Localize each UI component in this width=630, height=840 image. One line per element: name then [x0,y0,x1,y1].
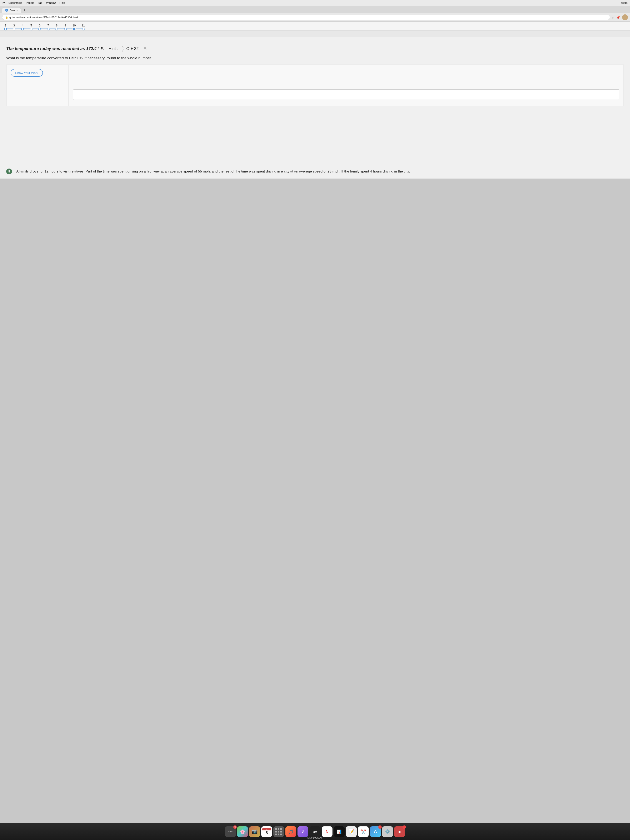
answer-input-box[interactable] [73,89,619,100]
dock-item-settings[interactable]: ⚙️ [382,826,393,837]
main-content: The temperature today was recorded as 17… [0,37,630,162]
next-question-block: 5 A family drove for 12 hours to visit r… [0,162,630,178]
store-badge: 1 [378,826,382,829]
nav-dot-circle-2 [4,28,7,30]
menu-item-window[interactable]: Window [46,1,55,5]
answer-column [69,65,624,106]
nav-dot-line [58,28,64,29]
fraction-denominator: 5 [122,49,125,53]
lock-icon: 🔒 [5,16,8,19]
new-tab-button[interactable]: + [22,7,27,13]
camera-icon: 📷 [251,829,258,835]
podcasts-icon: 🎙 [301,829,305,834]
address-actions: ☆ 📌 [612,14,628,20]
notification-badge: 54 [233,826,237,829]
menu-item-ry[interactable]: ry [3,1,5,5]
dock-item-more[interactable]: ●●● 54 [225,826,236,837]
nav-dot-line [41,28,47,29]
dock-item-store[interactable]: A 1 [370,826,381,837]
nav-dot-item-9[interactable]: 9 [64,24,73,30]
nav-dot-item-8[interactable]: 8 [55,24,64,30]
dock-item-news[interactable]: N [322,826,333,837]
next-question-badge: 5 [6,169,12,174]
nav-dot-line [16,28,21,29]
nav-dot-line [67,28,73,29]
nav-dot-line [33,28,38,29]
next-question-text: A family drove for 12 hours to visit rel… [16,169,410,174]
nav-dot-item-7[interactable]: 7 [47,24,55,30]
nav-dot-item-5[interactable]: 5 [30,24,38,30]
dock-item-music[interactable]: 🎵 [286,826,296,837]
question-block: The temperature today was recorded as 17… [6,45,624,106]
question-navigation: 234567891011 [0,22,630,31]
dock-item-podcasts[interactable]: 🎙 [297,826,308,837]
dock-item-photos[interactable]: 🌸 [237,826,248,837]
menu-item-tab[interactable]: Tab [38,1,42,5]
nav-spacer [0,31,630,37]
menu-item-people[interactable]: People [26,1,34,5]
nav-dot-circle-7 [47,28,50,30]
profile-icon[interactable] [622,14,628,20]
question-dots-row: 234567891011 [4,24,85,30]
nav-number-6: 6 [39,24,41,27]
settings-icon: ⚙️ [385,829,390,834]
nav-number-2: 2 [5,24,6,27]
tab-favicon: ✓ [5,9,8,12]
extension-icon[interactable]: 📌 [616,16,621,19]
photos-icon: 🌸 [240,829,245,834]
dock-item-stocks[interactable]: 📊 [334,826,344,837]
dock-item-launchpad[interactable] [273,826,284,837]
sub-question-text: What is the temperature converted to Cel… [6,56,624,60]
dock-item-unknown[interactable]: ■ 1 [394,826,405,837]
browser-tab[interactable]: ✓ Join × [2,7,21,13]
nav-dot-item-11[interactable]: 11 [82,24,85,30]
url-input[interactable]: 🔒 goformative.com/formatives/5f7cdd65012… [2,15,610,20]
more-icon: ●●● [228,830,233,833]
nav-dot-item-3[interactable]: 3 [13,24,21,30]
news-icon: N [326,830,328,834]
dock-item-text[interactable]: 📝 [346,826,357,837]
tab-label: Join [10,9,15,12]
menu-item-bookmarks[interactable]: Bookmarks [8,1,22,5]
tab-bar: ✓ Join × + [0,6,630,13]
browser-chrome: ✓ Join × + 🔒 goformative.com/formatives/… [0,6,630,22]
nav-dot-circle-9 [64,28,67,30]
menu-item-help[interactable]: Help [60,1,65,5]
nav-dot-circle-4 [21,28,24,30]
nav-dot-circle-3 [13,28,16,30]
dock-item-calendar[interactable]: OCT 8 [261,826,272,837]
launchpad-icon [275,828,277,830]
dock-item-scissors[interactable]: ✂️ [358,826,369,837]
nav-number-3: 3 [13,24,15,27]
show-work-button[interactable]: Show Your Work [11,69,43,77]
nav-number-4: 4 [22,24,24,27]
nav-number-5: 5 [30,24,32,27]
stocks-icon: 📊 [337,829,341,834]
dock-item-appletv[interactable]: atv [309,826,321,837]
nav-dot-line [76,28,82,29]
menu-bar: ry Bookmarks People Tab Window Help Zoom [0,0,630,6]
nav-dot-line [50,28,55,29]
hint-label: Hint : [108,46,118,51]
nav-dot-item-4[interactable]: 4 [21,24,30,30]
bookmark-star-icon[interactable]: ☆ [612,16,614,19]
hint-fraction: 9 5 [122,45,125,53]
nav-dot-circle-10 [73,28,76,30]
answer-section: Show Your Work [6,65,624,106]
unknown-icon: ■ [398,830,401,834]
question-problem-text: The temperature today was recorded as 17… [6,45,624,53]
tab-close-button[interactable]: × [16,9,18,11]
nav-dot-item-10[interactable]: 10 [73,24,82,30]
calendar-month-icon: OCT [262,828,271,831]
nav-dot-circle-8 [55,28,58,30]
scissors-icon: ✂️ [361,829,366,834]
nav-dot-circle-6 [38,28,41,30]
nav-dot-circle-5 [30,28,33,30]
appstore-icon: A [374,829,377,834]
nav-dot-item-6[interactable]: 6 [38,24,47,30]
nav-number-10: 10 [73,24,76,27]
url-text: goformative.com/formatives/5f7cdd65012ef… [9,16,78,19]
nav-dot-item-2[interactable]: 2 [4,24,13,30]
nav-dot-line [7,28,13,29]
dock-item-camera[interactable]: 📷 [249,826,260,837]
